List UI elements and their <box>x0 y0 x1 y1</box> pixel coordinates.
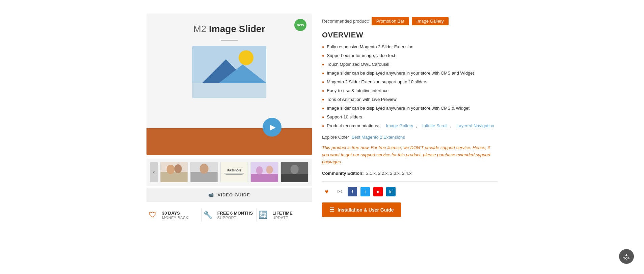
svg-point-19 <box>256 166 263 174</box>
twitter-icon[interactable]: t <box>360 187 370 196</box>
svg-rect-15 <box>224 173 244 173</box>
feature-item-5: Magento 2 Slider Extension support up to… <box>322 79 498 85</box>
support-icon: 🔧 <box>202 209 214 221</box>
facebook-icon[interactable]: f <box>348 187 357 196</box>
info-bar: 🛡 30 DAYS MONEY BACK 🔧 FREE 6 MONTHS SUP… <box>146 208 312 222</box>
recommended-row: Recommended product: Promotion Bar Image… <box>322 17 498 25</box>
info-label-2: SUPPORT <box>217 216 253 220</box>
thumbnail-2[interactable] <box>190 162 218 182</box>
slider-divider <box>221 40 238 40</box>
feature-item-3: Touch Optimized OWL Carousel <box>322 62 498 68</box>
feature-item-8: Image slider can be displayed anywhere i… <box>322 106 498 112</box>
recommended-label: Recommended product: <box>322 19 369 24</box>
slider-title-bold: Image Slider <box>209 24 265 34</box>
new-badge: new <box>294 19 306 31</box>
feature-item-9: Support 10 sliders <box>322 114 498 120</box>
explore-row: Explore Other Best Magento 2 Extensions <box>322 135 498 140</box>
youtube-icon[interactable]: ▶ <box>373 187 383 196</box>
info-label-1: MONEY BACK <box>162 216 188 220</box>
svg-rect-13 <box>221 162 248 182</box>
svg-point-20 <box>266 166 273 174</box>
social-row: ♥ ✉ f t ▶ in <box>322 187 498 196</box>
left-column: new M2 Image Slider <box>146 13 312 222</box>
svg-rect-22 <box>281 174 308 182</box>
heart-icon[interactable]: ♥ <box>322 187 331 196</box>
feature-item-recommendations: Product recommendations: Image Gallery, … <box>322 123 498 129</box>
thumbnail-3[interactable]: FASHION <box>220 162 248 182</box>
promotion-bar-button[interactable]: Promotion Bar <box>372 17 409 25</box>
thumbnail-1[interactable] <box>160 162 188 182</box>
community-versions: 2.1.x, 2.2.x, 2.3.x, 2.4.x <box>366 171 411 176</box>
info-text-support: FREE 6 MONTHS SUPPORT <box>217 211 253 220</box>
overview-title: OVERVIEW <box>322 31 498 39</box>
main-image-container: new M2 Image Slider <box>146 13 312 155</box>
svg-text:FASHION: FASHION <box>227 169 241 172</box>
feature-item-2: Support editor for image, video text <box>322 53 498 59</box>
mail-icon[interactable]: ✉ <box>335 187 344 196</box>
feature-item-7: Tons of Animation with Live Preview <box>322 97 498 103</box>
right-column: Recommended product: Promotion Bar Image… <box>322 13 498 222</box>
update-icon: 🔄 <box>257 209 269 221</box>
feature-item-4: Image slider can be displayed anywhere i… <box>322 71 498 77</box>
video-guide-bar[interactable]: 📹 VIDEO GUIDE <box>146 188 312 202</box>
feature-item-1: Fully responsive Magento 2 Slider Extens… <box>322 44 498 50</box>
notice-text: This product is free now. For free licen… <box>322 144 498 165</box>
recommendation-link-2[interactable]: Infinite Scroll <box>422 123 447 128</box>
divider-line <box>322 181 498 182</box>
community-row: Community Edition: 2.1.x, 2.2.x, 2.3.x, … <box>322 171 498 176</box>
info-item-update: 🔄 LIFETIME UPDATE <box>257 209 312 221</box>
svg-point-2 <box>239 50 253 65</box>
illustration-area <box>192 46 266 98</box>
recommendations-prefix: Product recommendations: <box>327 123 379 128</box>
feature-list: Fully responsive Magento 2 Slider Extens… <box>322 44 498 129</box>
slider-title-prefix: M2 <box>193 24 209 34</box>
orange-strip <box>146 128 312 155</box>
svg-point-8 <box>167 165 175 174</box>
info-days-3: LIFETIME <box>272 211 292 216</box>
page-wrapper: new M2 Image Slider <box>0 0 644 235</box>
install-btn-label: Installation & User Guide <box>338 207 394 213</box>
explore-link[interactable]: Best Magento 2 Extensions <box>351 135 405 140</box>
video-guide-label: VIDEO GUIDE <box>218 192 250 197</box>
svg-point-12 <box>200 164 209 174</box>
info-days-2: FREE 6 MONTHS <box>217 211 253 216</box>
info-days-1: 30 DAYS <box>162 211 188 216</box>
info-item-money-back: 🛡 30 DAYS MONEY BACK <box>146 209 202 221</box>
recommendation-link-3[interactable]: Layered Navigation <box>456 123 494 128</box>
thumb-prev-button[interactable]: ‹ <box>150 162 158 182</box>
feature-item-6: Easy-to-use & intuitive interface <box>322 88 498 94</box>
camera-icon: 📹 <box>208 192 214 197</box>
slider-title-area: M2 Image Slider <box>193 24 265 34</box>
image-gallery-button[interactable]: Image Gallery <box>412 17 449 25</box>
info-text-money-back: 30 DAYS MONEY BACK <box>162 211 188 220</box>
svg-rect-16 <box>226 174 243 175</box>
info-label-3: UPDATE <box>272 216 292 220</box>
svg-point-9 <box>175 164 182 173</box>
thumbnails-row: ‹ <box>146 159 312 186</box>
info-text-update: LIFETIME UPDATE <box>272 211 292 220</box>
info-item-support: 🔧 FREE 6 MONTHS SUPPORT <box>202 209 257 221</box>
svg-rect-18 <box>251 174 278 182</box>
svg-point-23 <box>290 165 298 174</box>
explore-prefix: Explore Other <box>322 135 349 140</box>
recommendation-link-1[interactable]: Image Gallery <box>386 123 413 128</box>
thumbnail-5[interactable] <box>280 162 308 182</box>
svg-rect-7 <box>161 172 188 182</box>
shield-icon: 🛡 <box>146 209 159 221</box>
main-image-inner: new M2 Image Slider <box>146 13 312 155</box>
community-prefix: Community Edition: <box>322 171 364 176</box>
play-arrow-button[interactable] <box>263 118 281 137</box>
menu-icon: ☰ <box>329 207 334 213</box>
linkedin-icon[interactable]: in <box>386 187 396 196</box>
thumbnail-4[interactable] <box>250 162 278 182</box>
svg-rect-5 <box>192 83 266 98</box>
install-user-guide-button[interactable]: ☰ Installation & User Guide <box>322 202 401 217</box>
